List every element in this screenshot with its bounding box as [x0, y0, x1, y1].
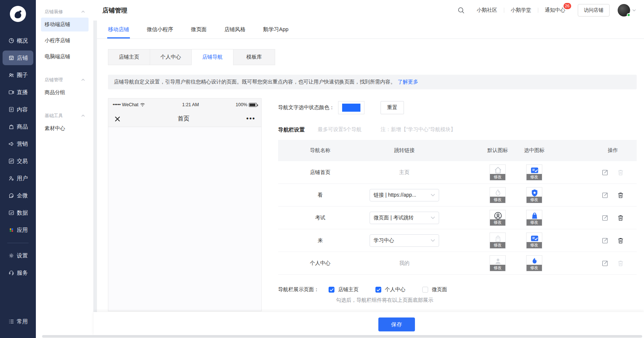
color-picker-swatch[interactable]: [338, 101, 364, 114]
sidebar-item-community[interactable]: 圈子: [3, 68, 33, 82]
link-community[interactable]: 小鹅社区: [477, 7, 497, 14]
submenu-group-tools[interactable]: 基础工具: [41, 112, 89, 119]
close-icon[interactable]: [114, 116, 121, 122]
edit-icon[interactable]: [601, 168, 609, 177]
submenu-item-material-center[interactable]: 素材中心: [41, 122, 89, 135]
sidebar-item-settings[interactable]: 设置: [3, 248, 33, 263]
selected-icon-cell[interactable]: 修改: [526, 233, 542, 249]
vertical-scrollbar[interactable]: [93, 21, 97, 312]
subtab-store-home[interactable]: 店铺主页: [108, 49, 150, 65]
more-icon[interactable]: •••: [246, 115, 255, 123]
navbar-settings-header: 导航栏设置 最多可设置5个导航 注：新增【“学习中心”导航模块】: [278, 126, 637, 133]
sidebar-item-wecom[interactable]: 企微: [3, 188, 33, 203]
modify-badge[interactable]: 修改: [527, 242, 542, 248]
sidebar-item-trade[interactable]: 交易: [3, 154, 33, 168]
tab-micropage[interactable]: 微页面: [191, 21, 207, 38]
delete-icon[interactable]: [617, 214, 625, 222]
subtab-store-navigation[interactable]: 店铺导航: [191, 49, 233, 65]
link-select[interactable]: 微页面 | 考试跳转: [370, 212, 439, 224]
save-button[interactable]: 保存: [378, 317, 415, 331]
tab-wechat-miniprogram[interactable]: 微信小程序: [147, 21, 173, 38]
submenu-item-goods-group[interactable]: 商品分组: [41, 86, 89, 100]
delete-icon[interactable]: [617, 237, 625, 245]
selected-icon-cell[interactable]: 修改: [526, 187, 542, 203]
subtab-template-library[interactable]: 模板库: [233, 49, 275, 65]
edit-icon[interactable]: [601, 259, 609, 267]
default-icon-cell[interactable]: 修改: [490, 210, 506, 226]
link-select[interactable]: 学习中心: [370, 234, 439, 247]
reset-color-button[interactable]: 重置: [381, 101, 404, 114]
user-menu[interactable]: [618, 4, 636, 16]
wifi-icon: [140, 103, 145, 107]
sidebar-item-label: 服务: [17, 270, 28, 276]
checkbox-icon[interactable]: [329, 287, 334, 293]
sidebar-item-data[interactable]: 数据: [3, 205, 33, 220]
default-icon-cell[interactable]: 修改: [490, 233, 506, 249]
modify-badge[interactable]: 修改: [527, 197, 542, 203]
link-notifications[interactable]: 通知中心 26: [545, 7, 565, 14]
link-academy[interactable]: 小鹅学堂: [511, 7, 531, 14]
nav-name: 看: [278, 192, 362, 198]
sidebar-item-content[interactable]: 内容: [3, 102, 33, 117]
delete-icon[interactable]: [617, 191, 625, 199]
nav-link-static: 主页: [362, 169, 446, 176]
submenu-item-mobile-store[interactable]: 移动端店铺: [41, 18, 89, 31]
modify-badge[interactable]: 修改: [527, 265, 542, 271]
sidebar-item-store[interactable]: 店铺: [3, 51, 33, 65]
visit-store-button[interactable]: 访问店铺: [578, 4, 610, 16]
phone-page-title: 首页: [121, 115, 246, 123]
checkbox-icon[interactable]: [422, 287, 428, 293]
submenu-group-decoration[interactable]: 店铺装修: [41, 8, 89, 15]
submenu-group-management[interactable]: 店铺管理: [41, 76, 89, 83]
tab-elearn-app[interactable]: 鹅学习App: [263, 21, 288, 38]
gear-icon: [8, 252, 15, 259]
submenu-item-miniprogram-store[interactable]: 小程序店铺: [41, 34, 89, 48]
tab-store-style[interactable]: 店铺风格: [224, 21, 246, 38]
modify-badge[interactable]: 修改: [490, 197, 505, 203]
modify-badge[interactable]: 修改: [527, 174, 542, 180]
modify-badge[interactable]: 修改: [490, 219, 505, 226]
nav-name: 店铺首页: [278, 169, 362, 176]
tab-mobile-store[interactable]: 移动店铺: [108, 21, 129, 38]
submenu-item-pc-store[interactable]: 电脑端店铺: [41, 50, 89, 64]
default-icon-cell[interactable]: 修改: [490, 164, 506, 181]
app-logo-icon[interactable]: [10, 5, 26, 22]
sidebar-item-live[interactable]: 直播: [3, 85, 33, 100]
sidebar-item-label: 用户: [17, 175, 28, 182]
sidebar-item-overview[interactable]: 概况: [3, 33, 33, 48]
modify-badge[interactable]: 修改: [490, 265, 505, 271]
avatar[interactable]: [618, 4, 630, 16]
modify-badge[interactable]: 修改: [527, 219, 542, 226]
data-chart-icon: [8, 209, 15, 216]
carrier-label: ••••• WeChat: [113, 102, 138, 107]
checkbox-icon[interactable]: [375, 287, 381, 293]
sidebar-item-frequent[interactable]: 常用: [3, 314, 33, 329]
edit-icon[interactable]: [601, 191, 609, 199]
sidebar-item-goods[interactable]: 商品: [3, 119, 33, 134]
edit-icon[interactable]: [601, 214, 609, 222]
checkbox-personal-center[interactable]: 个人中心: [375, 286, 405, 293]
subtab-personal-center[interactable]: 个人中心: [150, 49, 192, 65]
selected-icon-cell[interactable]: 修改: [526, 164, 542, 181]
sidebar-item-service[interactable]: 服务: [3, 265, 33, 280]
edit-icon[interactable]: [601, 237, 609, 245]
default-icon-cell[interactable]: 修改: [490, 255, 506, 271]
exchange-icon: [8, 158, 15, 164]
search-icon[interactable]: [458, 7, 464, 14]
top-header: 店铺管理 小鹅社区 小鹅学堂 通知中心 26 访问店铺: [94, 0, 644, 21]
checkbox-micropage[interactable]: 微页面: [422, 286, 447, 293]
sidebar-item-users[interactable]: 用户: [3, 171, 33, 186]
sidebar-item-marketing[interactable]: 营销: [3, 137, 33, 151]
sidebar-item-apps[interactable]: 应用: [3, 223, 33, 237]
modify-badge[interactable]: 修改: [490, 174, 505, 180]
modify-badge[interactable]: 修改: [490, 242, 505, 248]
learn-more-link[interactable]: 了解更多: [398, 79, 418, 85]
video-icon: [8, 89, 15, 96]
horizontal-scrollbar[interactable]: [42, 335, 642, 338]
checkbox-store-home[interactable]: 店铺主页: [329, 286, 359, 293]
selected-icon-cell[interactable]: 修改: [526, 255, 542, 271]
header-divider: [538, 8, 538, 13]
default-icon-cell[interactable]: 修改: [490, 187, 506, 203]
link-select[interactable]: 链接 | https://app...: [370, 189, 439, 201]
selected-icon-cell[interactable]: 修改: [526, 210, 542, 226]
